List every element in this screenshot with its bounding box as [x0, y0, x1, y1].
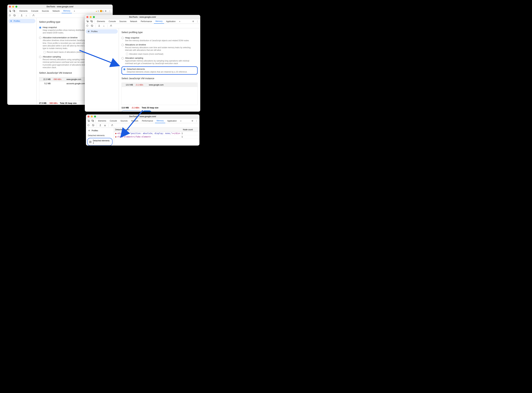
divider [94, 20, 94, 23]
clear-icon[interactable] [13, 14, 16, 17]
device-icon[interactable] [12, 10, 16, 12]
upload-icon[interactable] [20, 14, 23, 17]
clear-icon[interactable] [91, 25, 93, 27]
checkbox-icon[interactable] [44, 51, 46, 53]
tab-performance[interactable]: Performance [139, 19, 154, 24]
settings-icon[interactable]: ⚙ [104, 10, 107, 12]
radio-icon[interactable] [39, 26, 41, 29]
tab-console[interactable]: Console [29, 9, 40, 13]
tab-overflow[interactable]: » [72, 9, 77, 13]
radio-icon[interactable] [121, 37, 124, 39]
gc-icon[interactable] [111, 124, 113, 127]
radio-icon[interactable] [121, 44, 124, 46]
option-allocations-timeline[interactable]: Allocations on timeline Record memory al… [121, 44, 198, 51]
traffic-lights[interactable] [87, 116, 96, 118]
tab-memory[interactable]: Memory [155, 119, 165, 123]
option-allocation-stack-traces[interactable]: Allocation stack traces (more overhead) [126, 53, 198, 55]
sidebar-item-label: Profiles [91, 30, 98, 33]
option-allocation-sampling[interactable]: Allocation sampling Approximate memory a… [121, 57, 198, 65]
menu-icon[interactable]: ⋮ [195, 20, 199, 23]
result-row[interactable]: ●<fake-element></fake-element> 1 [114, 135, 199, 138]
minimize-icon[interactable] [90, 16, 92, 18]
traffic-lights[interactable] [87, 16, 95, 18]
clear-icon[interactable] [92, 124, 94, 127]
download-icon[interactable] [25, 14, 28, 17]
tab-elements[interactable]: Elements [95, 19, 107, 24]
settings-icon[interactable]: ⚙ [191, 20, 195, 23]
tab-sources[interactable]: Sources [40, 9, 51, 13]
tab-memory[interactable]: Memory [154, 19, 164, 24]
settings-icon[interactable]: ⚙ [190, 120, 194, 122]
radio-icon[interactable] [39, 56, 41, 58]
tab-application[interactable]: Application [164, 19, 177, 24]
minimize-icon[interactable] [12, 6, 14, 8]
svg-point-3 [9, 15, 10, 16]
tab-overflow[interactable]: » [179, 119, 183, 123]
sidebar-item-label: Profiles [14, 20, 20, 22]
tab-sources[interactable]: Sources [119, 119, 129, 123]
col-node-count[interactable]: Node count [182, 128, 199, 132]
tab-network[interactable]: Network [128, 19, 139, 24]
option-desc: Detached elements shows objects that are… [127, 71, 188, 73]
zoom-icon[interactable] [94, 116, 96, 118]
tab-performance[interactable]: Performance [140, 119, 155, 123]
gc-icon[interactable] [110, 25, 112, 27]
gc-icon[interactable] [32, 14, 35, 17]
option-heap-snapshot[interactable]: Heap snapshot See the memory distributio… [121, 36, 198, 42]
zoom-icon[interactable] [93, 16, 95, 18]
tab-network[interactable]: Network [130, 119, 140, 123]
panel-tabs: Elements Console Sources Network Memory … [7, 9, 113, 13]
upload-icon[interactable] [98, 25, 100, 27]
tab-overflow[interactable]: » [178, 19, 182, 24]
close-icon[interactable] [87, 16, 88, 18]
checkbox-icon[interactable] [126, 53, 128, 55]
tab-application[interactable]: Application [165, 119, 178, 123]
close-icon[interactable] [87, 116, 90, 118]
result-row[interactable]: ●<div style="position: absolute; display… [114, 132, 199, 135]
radio-icon[interactable] [123, 68, 126, 70]
inspect-icon[interactable] [86, 20, 89, 23]
titlebar[interactable]: DevTools - www.google.com/ [85, 15, 200, 19]
col-detached-nodes[interactable]: Detached nodes [114, 128, 182, 132]
sidebar-item-profiles[interactable]: Profiles [86, 29, 118, 34]
sidebar-item-detached-elements-1[interactable]: Detached elements 1 [87, 138, 112, 146]
radio-icon[interactable] [39, 37, 41, 39]
tab-sources[interactable]: Sources [118, 19, 128, 24]
load-profile-button[interactable]: Load profile [121, 110, 141, 112]
tab-memory[interactable]: Memory [62, 9, 72, 13]
tab-elements[interactable]: Elements [97, 119, 108, 123]
tab-console[interactable]: Console [107, 19, 117, 24]
start-button[interactable]: Start [142, 110, 152, 112]
tab-elements[interactable]: Elements [18, 9, 29, 13]
zoom-icon[interactable] [15, 6, 17, 8]
minimize-icon[interactable] [91, 116, 93, 118]
upload-icon[interactable] [99, 124, 102, 127]
close-icon[interactable] [9, 6, 11, 8]
inspect-icon[interactable] [87, 120, 91, 122]
inspect-icon[interactable] [8, 10, 12, 12]
issues-badge[interactable]: !1 [100, 10, 103, 12]
sidebar-item-profiles[interactable]: Profiles [8, 19, 35, 23]
radio-icon[interactable] [121, 57, 124, 59]
record-icon[interactable] [9, 14, 11, 17]
sidebar-item-profiles[interactable]: Profiles [86, 128, 114, 133]
option-detached-elements-highlight: Detached elements Detached elements show… [121, 66, 198, 75]
record-icon[interactable] [87, 124, 90, 127]
device-icon[interactable] [91, 120, 94, 122]
download-icon[interactable] [104, 124, 106, 127]
download-icon[interactable] [103, 25, 105, 27]
option-detached-elements[interactable]: Detached elements Detached elements show… [123, 68, 196, 73]
total-size: 27.5 MB [39, 102, 46, 104]
vm-row[interactable]: 13.0 MB ↓3.1 kB/s www.google.com [122, 83, 198, 87]
record-icon[interactable] [86, 25, 88, 27]
tab-console[interactable]: Console [108, 119, 119, 123]
warnings-badge[interactable]: ▲1 [96, 10, 99, 12]
titlebar[interactable]: DevTools - www.google.com/ [7, 5, 113, 9]
svg-point-17 [89, 130, 90, 131]
titlebar[interactable]: DevTools - www.google.com/ [86, 114, 199, 119]
menu-icon[interactable]: ⋮ [108, 10, 112, 12]
menu-icon[interactable]: ⋮ [195, 120, 198, 122]
device-icon[interactable] [90, 20, 93, 23]
traffic-lights[interactable] [9, 6, 17, 8]
tab-network[interactable]: Network [51, 9, 61, 13]
